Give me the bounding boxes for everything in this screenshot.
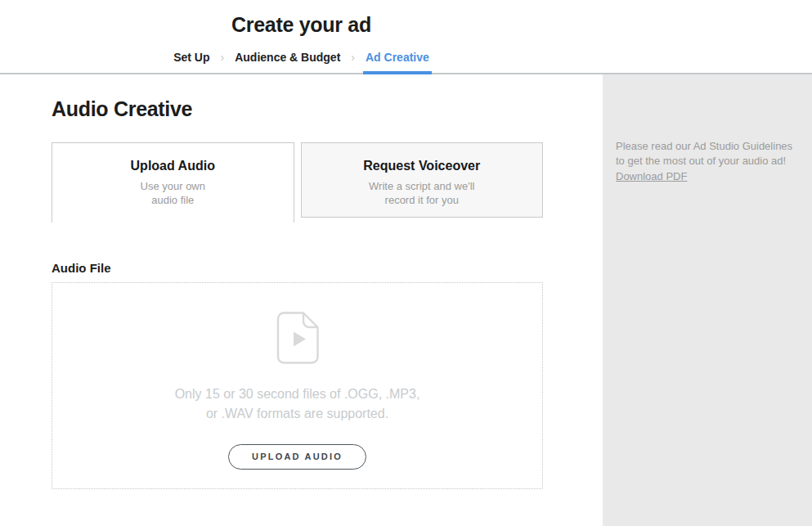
tab-subtitle-line: record it for you	[302, 193, 543, 207]
guidelines-note-line: to get the most out of your audio ad!	[616, 154, 797, 169]
hint-line: or .WAV formats are supported.	[52, 404, 542, 424]
page-title: Create your ad	[0, 13, 603, 37]
guidelines-note: Please read our Ad Studio Guidelines to …	[616, 139, 797, 169]
tab-subtitle-line: Use your own	[52, 179, 294, 193]
tab-subtitle: Use your own audio file	[52, 179, 294, 207]
breadcrumb: Set Up › Audience & Budget › Ad Creative	[0, 51, 603, 74]
tab-subtitle-line: Write a script and we'll	[302, 179, 543, 193]
chevron-right-icon: ›	[343, 51, 363, 74]
audio-file-dropzone[interactable]: Only 15 or 30 second files of .OGG, .MP3…	[52, 282, 543, 489]
section-heading: Audio Creative	[52, 97, 543, 121]
main-panel: Audio Creative Upload Audio Use your own…	[0, 74, 603, 526]
tab-subtitle-line: audio file	[52, 193, 294, 207]
audio-file-icon	[276, 312, 319, 367]
header-inner: Create your ad Set Up › Audience & Budge…	[0, 0, 603, 73]
audio-file-label: Audio File	[52, 261, 543, 275]
tab-upload-audio[interactable]: Upload Audio Use your own audio file	[52, 142, 294, 223]
tab-title: Request Voiceover	[302, 159, 543, 173]
main-inner: Audio Creative Upload Audio Use your own…	[52, 97, 543, 489]
step-audience-budget[interactable]: Audience & Budget	[232, 51, 343, 74]
creative-type-tabs: Upload Audio Use your own audio file Req…	[52, 142, 543, 223]
step-set-up[interactable]: Set Up	[171, 51, 212, 74]
supported-formats-hint: Only 15 or 30 second files of .OGG, .MP3…	[52, 384, 542, 424]
step-ad-creative[interactable]: Ad Creative	[363, 51, 432, 74]
content-row: Audio Creative Upload Audio Use your own…	[0, 74, 812, 526]
hint-line: Only 15 or 30 second files of .OGG, .MP3…	[52, 384, 542, 404]
download-pdf-link[interactable]: Download PDF	[616, 169, 687, 184]
page-header: Create your ad Set Up › Audience & Budge…	[0, 0, 812, 74]
chevron-right-icon: ›	[213, 51, 233, 74]
guidelines-note-line: Please read our Ad Studio Guidelines	[616, 139, 797, 154]
guidelines-sidebar: Please read our Ad Studio Guidelines to …	[603, 74, 812, 526]
upload-audio-button[interactable]: UPLOAD AUDIO	[228, 444, 366, 470]
tab-subtitle: Write a script and we'll record it for y…	[302, 179, 543, 207]
tab-title: Upload Audio	[52, 159, 294, 173]
tab-request-voiceover[interactable]: Request Voiceover Write a script and we'…	[301, 142, 544, 218]
